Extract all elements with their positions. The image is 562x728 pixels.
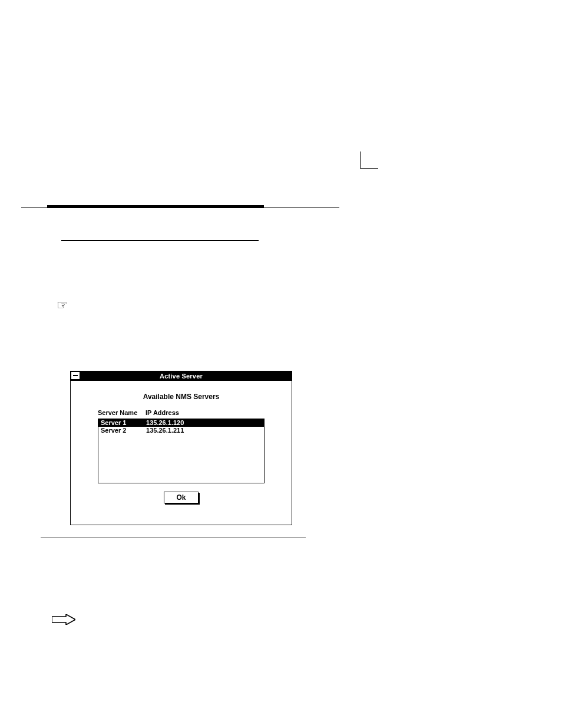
- page: ☞ Active Server Available NMS Servers Se…: [0, 0, 562, 728]
- content-block: [21, 205, 339, 241]
- list-item[interactable]: Server 2 135.26.1.211: [98, 427, 264, 434]
- cell-server-name: Server 1: [101, 419, 144, 427]
- ok-button[interactable]: Ok: [164, 492, 198, 503]
- dialog-body: Available NMS Servers Server Name IP Add…: [71, 381, 292, 509]
- available-servers-label: Available NMS Servers: [87, 393, 275, 401]
- list-headers: Server Name IP Address: [87, 409, 275, 416]
- header-server-name: Server Name: [98, 409, 144, 416]
- list-item[interactable]: Server 1 135.26.1.120: [98, 419, 264, 427]
- note-marker: [52, 614, 75, 625]
- crop-mark-icon: [360, 151, 378, 169]
- server-listbox[interactable]: Server 1 135.26.1.120 Server 2 135.26.1.…: [98, 419, 265, 483]
- pointer-note: ☞: [57, 298, 68, 311]
- section-rule-mid: [61, 240, 259, 241]
- pointing-hand-icon: ☞: [57, 299, 68, 312]
- cell-server-name: Server 2: [101, 427, 144, 434]
- system-menu-icon[interactable]: [71, 371, 80, 380]
- svg-marker-0: [52, 614, 75, 625]
- section-rule-thick: [47, 205, 264, 208]
- figure-caption-rule: [41, 538, 306, 538]
- cell-ip-address: 135.26.1.211: [146, 427, 184, 434]
- dialog-titlebar[interactable]: Active Server: [71, 371, 292, 381]
- dialog-title: Active Server: [160, 373, 203, 380]
- header-ip-address: IP Address: [146, 409, 179, 416]
- active-server-dialog: Active Server Available NMS Servers Serv…: [70, 371, 292, 525]
- cell-ip-address: 135.26.1.120: [146, 419, 184, 427]
- note-arrow-icon: [52, 614, 75, 625]
